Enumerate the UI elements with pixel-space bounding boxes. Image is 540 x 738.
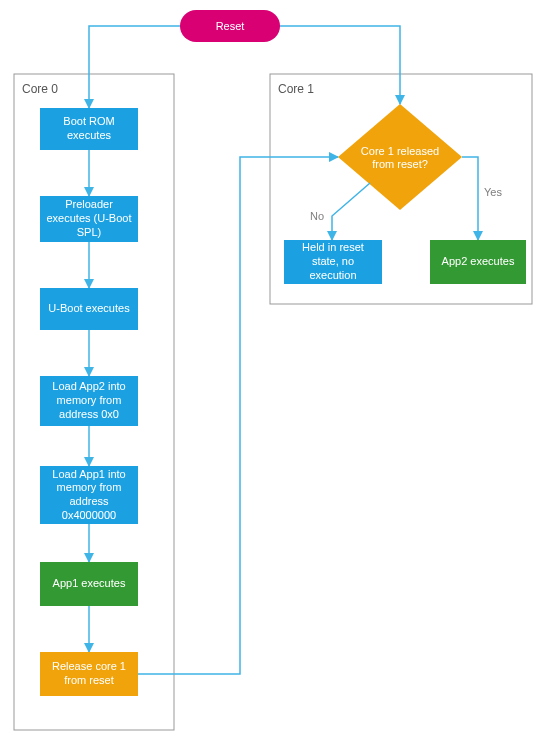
node-loadapp2-text: Load App2 into memory from address 0x0 [46,380,132,421]
node-app2-text: App2 executes [442,255,515,269]
label-no: No [310,210,324,222]
core1-title: Core 1 [278,82,314,96]
node-app1-text: App1 executes [53,577,126,591]
decision-text: Core 1 released from reset? [350,138,450,178]
node-release-text: Release core 1 from reset [46,660,132,688]
reset-node: Reset [180,10,280,42]
node-held-text: Held in reset state, no execution [290,241,376,282]
node-preloader-text: Preloader executes (U-Boot SPL) [46,198,132,239]
node-loadapp1: Load App1 into memory from address 0x400… [40,466,138,524]
arrow-release-to-decision [138,157,338,674]
node-uboot-text: U-Boot executes [48,302,129,316]
node-held: Held in reset state, no execution [284,240,382,284]
arrow-reset-to-bootrom [89,26,180,108]
node-preloader: Preloader executes (U-Boot SPL) [40,196,138,242]
node-loadapp1-text: Load App1 into memory from address 0x400… [46,468,132,523]
label-yes: Yes [484,186,502,198]
node-uboot: U-Boot executes [40,288,138,330]
node-bootrom: Boot ROM executes [40,108,138,150]
core0-title: Core 0 [22,82,58,96]
node-app1: App1 executes [40,562,138,606]
reset-label: Reset [216,20,245,32]
node-app2: App2 executes [430,240,526,284]
arrow-decision-no [332,183,370,240]
node-loadapp2: Load App2 into memory from address 0x0 [40,376,138,426]
node-release: Release core 1 from reset [40,652,138,696]
arrow-decision-yes [462,157,478,240]
node-bootrom-text: Boot ROM executes [46,115,132,143]
